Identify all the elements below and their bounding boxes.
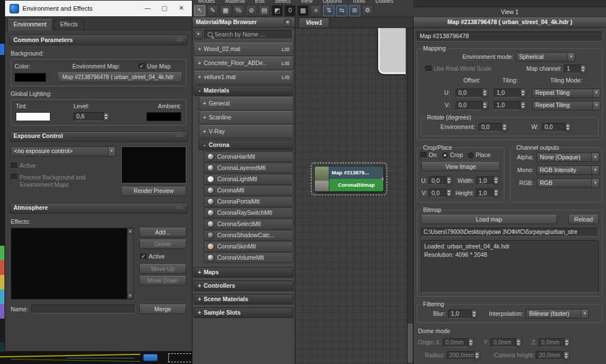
- options-tool-icon[interactable]: ⚙: [362, 5, 373, 16]
- material-item[interactable]: CoronaSelectMtl: [204, 219, 293, 229]
- spinner-arrows-icon[interactable]: [564, 338, 570, 347]
- maximize-icon[interactable]: ▢: [156, 3, 173, 14]
- material-item[interactable]: CoronaHairMtl: [204, 151, 293, 162]
- close-icon[interactable]: ✕: [173, 3, 190, 14]
- camera-height-spinner[interactable]: 20,0mm: [536, 351, 570, 360]
- render-preview-button[interactable]: Render Preview: [121, 187, 186, 196]
- node-canvas[interactable]: Map #213879... CoronaBitmap: [295, 28, 413, 364]
- scrollbar-thumb[interactable]: [408, 324, 412, 363]
- background-color-swatch[interactable]: [15, 73, 46, 82]
- viewport-tab[interactable]: View 1: [414, 7, 606, 17]
- exposure-control-dropdown[interactable]: <no exposure control> ▼: [11, 146, 116, 156]
- group-header-scene-materials[interactable]: + Scene Materials: [194, 294, 293, 305]
- sort-tool-icon[interactable]: ⇅: [323, 5, 334, 16]
- group-header-sample-slots[interactable]: + Sample Slots: [194, 307, 293, 318]
- bitmap-path-field[interactable]: C:\Users\79000\Desktop\уроки 3\ОФИС\бэгр…: [421, 228, 599, 237]
- list-item-library[interactable]: + vellure1.mat LIB: [194, 71, 293, 84]
- assign-material-icon[interactable]: ▦: [220, 5, 231, 16]
- mono-dropdown[interactable]: RGB Intensity▼: [536, 165, 599, 175]
- expand-icon[interactable]: +: [203, 100, 206, 107]
- show-percent-icon[interactable]: %: [233, 5, 244, 16]
- spinner-arrows-icon[interactable]: [447, 176, 452, 185]
- origin-y-spinner[interactable]: 0,0mm: [490, 338, 522, 347]
- spinner-arrows-icon[interactable]: [483, 101, 488, 110]
- group-vray[interactable]: + V-Ray: [199, 125, 293, 139]
- scroll-down-icon[interactable]: ▼: [127, 293, 133, 299]
- environment-rotate-spinner[interactable]: 0,0: [479, 123, 508, 132]
- tab-effects[interactable]: Effects: [54, 19, 84, 30]
- menu-item[interactable]: Options: [323, 0, 342, 4]
- origin-z-spinner[interactable]: 0,0mm: [539, 338, 570, 347]
- crop-u-spinner[interactable]: 0,0: [429, 176, 452, 185]
- spinner-arrows-icon[interactable]: [469, 338, 474, 347]
- spinner-arrows-icon[interactable]: [475, 351, 480, 360]
- expand-icon[interactable]: +: [198, 73, 201, 81]
- blur-spinner[interactable]: 1,0: [448, 310, 478, 319]
- environment-mode-dropdown[interactable]: Spherical ▼: [516, 52, 575, 62]
- node-output-socket[interactable]: [382, 177, 384, 181]
- material-item[interactable]: CoronaSkinMtl: [204, 241, 293, 252]
- delete-tool-icon[interactable]: ⊘: [246, 5, 257, 16]
- crop-on-checkbox[interactable]: [420, 152, 426, 158]
- expand-icon[interactable]: +: [203, 114, 206, 121]
- u-offset-spinner[interactable]: 0,0: [456, 89, 488, 98]
- menu-item[interactable]: Modes: [198, 0, 215, 4]
- spinner-arrows-icon[interactable]: [581, 64, 586, 73]
- view-tab[interactable]: View1: [299, 17, 329, 27]
- close-icon[interactable]: ✕: [284, 19, 291, 26]
- spinner-arrows-icon[interactable]: [494, 176, 499, 185]
- alpha-dropdown[interactable]: None (Opaque)▼: [536, 153, 599, 162]
- browser-header[interactable]: Material/Map Browser ✕: [192, 17, 295, 28]
- coronabitmap-node[interactable]: Map #213879... CoronaBitmap: [314, 166, 384, 192]
- add-effect-button[interactable]: Add...: [139, 228, 186, 237]
- effects-list-scrollbar[interactable]: ▲ ▼: [127, 228, 133, 299]
- effects-listbox[interactable]: ▲ ▼: [11, 228, 134, 300]
- move-down-button[interactable]: Move Down: [139, 276, 186, 285]
- group-header-maps[interactable]: + Maps: [194, 267, 293, 278]
- window-titlebar[interactable]: Environment and Effects — ▢ ✕: [5, 1, 192, 16]
- u-tiling-spinner[interactable]: 1,0: [494, 89, 526, 98]
- expand-icon[interactable]: +: [198, 45, 201, 53]
- expand-icon[interactable]: +: [198, 309, 201, 316]
- spinner-arrows-icon[interactable]: [447, 188, 452, 197]
- place-radio[interactable]: [468, 153, 474, 158]
- tab-environment[interactable]: Environment: [7, 19, 53, 30]
- effect-active-checkbox[interactable]: ✓: [140, 254, 146, 260]
- group-general[interactable]: + General: [199, 97, 293, 110]
- move-up-button[interactable]: Move Up: [139, 264, 186, 274]
- expand-icon[interactable]: +: [203, 128, 206, 135]
- material-item[interactable]: CoronaLayeredMtl: [204, 163, 293, 173]
- spinner-arrows-icon[interactable]: [472, 310, 478, 319]
- group-header-controllers[interactable]: + Controllers: [194, 280, 293, 291]
- interpolation-dropdown[interactable]: Bilinear (faster)▼: [526, 309, 589, 319]
- load-map-button[interactable]: Load map: [421, 215, 557, 224]
- zero-badge-icon[interactable]: 0: [284, 5, 296, 16]
- crop-radio[interactable]: [442, 153, 448, 158]
- crop-v-spinner[interactable]: 0,0: [429, 188, 452, 197]
- radius-spinner[interactable]: 200,0mm: [447, 351, 480, 360]
- rollout-atmosphere[interactable]: Atmosphere ∷∷: [10, 203, 187, 214]
- view-scrollbar[interactable]: [407, 28, 413, 364]
- expand-icon[interactable]: +: [198, 296, 201, 303]
- spinner-arrows-icon[interactable]: [521, 101, 526, 110]
- expand-icon[interactable]: +: [198, 269, 201, 276]
- map-name-input[interactable]: Map #2138796478: [417, 31, 603, 42]
- material-item[interactable]: CoronaMtl: [204, 185, 293, 196]
- list-view-icon[interactable]: ▤: [259, 5, 270, 16]
- material-item[interactable]: CoronaVolumeMtl: [204, 252, 293, 263]
- menu-item[interactable]: Select: [275, 0, 291, 4]
- menu-item[interactable]: Edit: [255, 0, 265, 4]
- browser-menu-icon[interactable]: ▼: [194, 30, 203, 39]
- spinner-arrows-icon[interactable]: [516, 338, 522, 347]
- group-header-corona[interactable]: - Corona: [199, 140, 293, 150]
- collapse-icon[interactable]: -: [198, 87, 201, 94]
- spinner-arrows-icon[interactable]: [483, 89, 488, 98]
- spinner-arrows-icon[interactable]: [566, 123, 571, 132]
- menu-tool-icon[interactable]: ≡: [310, 5, 322, 16]
- arrange-tool-icon[interactable]: ⇆: [336, 5, 347, 16]
- group-scanline[interactable]: + Scanline: [199, 111, 293, 125]
- draw-tool-icon[interactable]: ✎: [207, 5, 218, 16]
- merge-button[interactable]: Merge: [139, 305, 186, 314]
- process-background-checkbox[interactable]: [11, 174, 17, 180]
- material-item[interactable]: CoronaPortalMtl: [204, 196, 293, 207]
